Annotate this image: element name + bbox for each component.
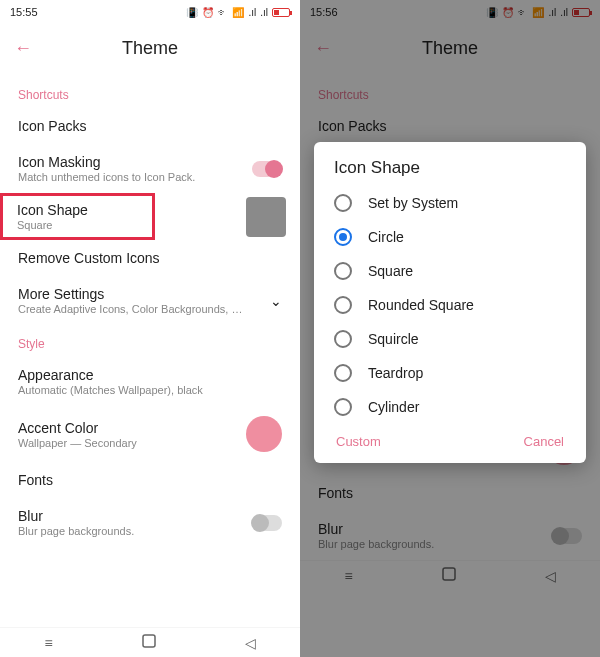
dialog-option-label: Square bbox=[368, 263, 413, 279]
dialog-option-label: Set by System bbox=[368, 195, 458, 211]
icon-packs-item[interactable]: Icon Packs bbox=[0, 108, 300, 144]
app-header: ← Theme bbox=[0, 24, 300, 72]
chevron-down-icon: ⌄ bbox=[270, 293, 282, 309]
status-time: 15:55 bbox=[10, 6, 38, 18]
vibrate-icon: 📳 bbox=[186, 7, 198, 18]
cancel-button[interactable]: Cancel bbox=[524, 434, 564, 449]
page-title: Theme bbox=[300, 38, 600, 59]
blur-item[interactable]: Blur Blur page backgrounds. bbox=[300, 511, 600, 560]
section-shortcuts: Shortcuts bbox=[300, 76, 600, 108]
appearance-sub: Automatic (Matches Wallpaper), black bbox=[18, 384, 248, 396]
icon-shape-item[interactable]: Icon Shape Square bbox=[0, 193, 155, 240]
accent-color-item[interactable]: Accent Color Wallpaper — Secondary bbox=[0, 406, 300, 462]
nav-bar: ≡ ◁ bbox=[300, 560, 600, 590]
dialog-option[interactable]: Set by System bbox=[314, 186, 586, 220]
wifi-icon: ᯤ bbox=[518, 7, 528, 18]
blur-item[interactable]: Blur Blur page backgrounds. bbox=[0, 498, 300, 547]
nav-back-icon[interactable]: ◁ bbox=[545, 568, 556, 584]
volte-icon: 📶 bbox=[232, 7, 244, 18]
signal-icon-2: .ıl bbox=[260, 7, 268, 18]
signal-icon-2: .ıl bbox=[560, 7, 568, 18]
alarm-icon: ⏰ bbox=[502, 7, 514, 18]
svg-rect-1 bbox=[443, 568, 455, 580]
radio-icon bbox=[334, 296, 352, 314]
nav-recent-icon[interactable]: ≡ bbox=[44, 635, 52, 651]
dialog-option[interactable]: Square bbox=[314, 254, 586, 288]
dialog-option-label: Squircle bbox=[368, 331, 419, 347]
dialog-option-label: Cylinder bbox=[368, 399, 419, 415]
battery-icon bbox=[272, 8, 290, 17]
nav-back-icon[interactable]: ◁ bbox=[245, 635, 256, 651]
dialog-option-label: Teardrop bbox=[368, 365, 423, 381]
alarm-icon: ⏰ bbox=[202, 7, 214, 18]
more-settings-label: More Settings bbox=[18, 286, 270, 302]
fonts-item[interactable]: Fonts bbox=[300, 475, 600, 511]
nav-recent-icon[interactable]: ≡ bbox=[344, 568, 352, 584]
volte-icon: 📶 bbox=[532, 7, 544, 18]
icon-masking-toggle[interactable] bbox=[252, 161, 282, 177]
accent-color-swatch bbox=[246, 416, 282, 452]
accent-label: Accent Color bbox=[18, 420, 246, 436]
accent-sub: Wallpaper — Secondary bbox=[18, 437, 246, 449]
icon-masking-label: Icon Masking bbox=[18, 154, 252, 170]
custom-button[interactable]: Custom bbox=[336, 434, 381, 449]
nav-home-icon[interactable] bbox=[142, 634, 156, 651]
appearance-item[interactable]: Appearance Automatic (Matches Wallpaper)… bbox=[0, 357, 300, 406]
svg-rect-0 bbox=[143, 635, 155, 647]
radio-icon bbox=[334, 364, 352, 382]
blur-label: Blur bbox=[18, 508, 252, 524]
blur-sub: Blur page backgrounds. bbox=[18, 525, 248, 537]
status-bar: 15:56 📳 ⏰ ᯤ 📶 .ıl .ıl bbox=[300, 0, 600, 24]
status-icons: 📳 ⏰ ᯤ 📶 .ıl .ıl bbox=[186, 7, 290, 18]
dialog-option[interactable]: Rounded Square bbox=[314, 288, 586, 322]
section-style: Style bbox=[0, 325, 300, 357]
blur-toggle[interactable] bbox=[252, 515, 282, 531]
icon-packs-label: Icon Packs bbox=[18, 118, 282, 134]
dialog-option[interactable]: Teardrop bbox=[314, 356, 586, 390]
remove-custom-icons-item[interactable]: Remove Custom Icons bbox=[0, 240, 300, 276]
icon-masking-item[interactable]: Icon Masking Match unthemed icons to Ico… bbox=[0, 144, 300, 193]
dialog-option-label: Rounded Square bbox=[368, 297, 474, 313]
nav-bar: ≡ ◁ bbox=[0, 627, 300, 657]
dialog-title: Icon Shape bbox=[314, 158, 586, 186]
dialog-option[interactable]: Cylinder bbox=[314, 390, 586, 424]
icon-shape-preview bbox=[246, 197, 286, 237]
radio-icon bbox=[334, 194, 352, 212]
remove-custom-label: Remove Custom Icons bbox=[18, 250, 282, 266]
fonts-label: Fonts bbox=[18, 472, 282, 488]
app-header: ← Theme bbox=[300, 24, 600, 72]
radio-icon bbox=[334, 330, 352, 348]
radio-icon bbox=[334, 398, 352, 416]
status-time: 15:56 bbox=[310, 6, 338, 18]
nav-home-icon[interactable] bbox=[442, 567, 456, 584]
icon-packs-item[interactable]: Icon Packs bbox=[300, 108, 600, 144]
wifi-icon: ᯤ bbox=[218, 7, 228, 18]
dialog-option[interactable]: Squircle bbox=[314, 322, 586, 356]
more-settings-sub: Create Adaptive Icons, Color Backgrounds… bbox=[18, 303, 248, 315]
icon-masking-sub: Match unthemed icons to Icon Pack. bbox=[18, 171, 248, 183]
icon-shape-label: Icon Shape bbox=[17, 202, 140, 218]
section-shortcuts: Shortcuts bbox=[0, 76, 300, 108]
signal-icon: .ıl bbox=[248, 7, 256, 18]
signal-icon: .ıl bbox=[548, 7, 556, 18]
appearance-label: Appearance bbox=[18, 367, 282, 383]
radio-icon bbox=[334, 262, 352, 280]
icon-shape-dialog: Icon Shape Set by SystemCircleSquareRoun… bbox=[314, 142, 586, 463]
vibrate-icon: 📳 bbox=[486, 7, 498, 18]
blur-toggle[interactable] bbox=[552, 528, 582, 544]
status-bar: 15:55 📳 ⏰ ᯤ 📶 .ıl .ıl bbox=[0, 0, 300, 24]
radio-icon bbox=[334, 228, 352, 246]
more-settings-item[interactable]: More Settings Create Adaptive Icons, Col… bbox=[0, 276, 300, 325]
icon-shape-sub: Square bbox=[17, 219, 140, 231]
dialog-option[interactable]: Circle bbox=[314, 220, 586, 254]
status-icons: 📳 ⏰ ᯤ 📶 .ıl .ıl bbox=[486, 7, 590, 18]
fonts-item[interactable]: Fonts bbox=[0, 462, 300, 498]
battery-icon bbox=[572, 8, 590, 17]
dialog-option-label: Circle bbox=[368, 229, 404, 245]
page-title: Theme bbox=[0, 38, 300, 59]
